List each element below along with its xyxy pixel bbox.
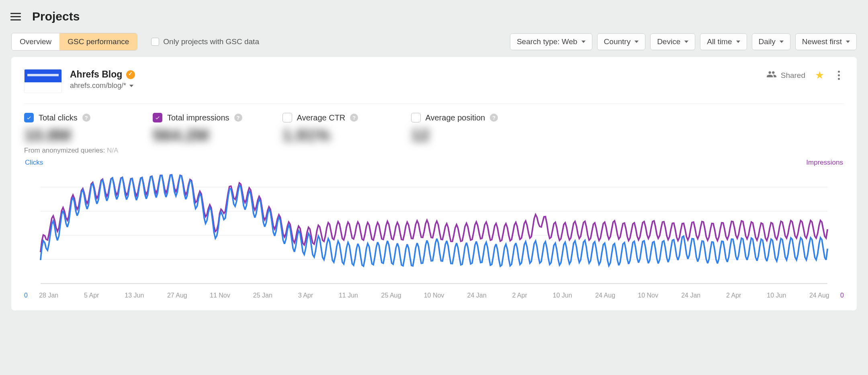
chevron-down-icon bbox=[129, 85, 133, 87]
chevron-down-icon bbox=[635, 41, 639, 43]
metric-ctr-value: 1.91% bbox=[283, 126, 371, 145]
x-axis-tick: 24 Jan bbox=[681, 292, 700, 299]
metric-ctr: Average CTR ? 1.91% bbox=[283, 113, 371, 145]
metric-clicks-value: 10.8M bbox=[24, 126, 113, 145]
x-axis-tick: 2 Apr bbox=[726, 292, 741, 299]
people-icon bbox=[766, 69, 777, 82]
filter-granularity[interactable]: Daily bbox=[752, 33, 790, 50]
filter-search-type[interactable]: Search type: Web bbox=[510, 33, 592, 50]
axis-left-zero: 0 bbox=[24, 292, 28, 299]
view-tabs: Overview GSC performance bbox=[11, 33, 137, 51]
metrics-row: Total clicks ? 10.8M Total impressions ?… bbox=[24, 104, 844, 145]
filter-search-type-label: Search type: Web bbox=[517, 37, 577, 46]
metric-impressions-value: 564.2M bbox=[153, 126, 242, 145]
help-icon[interactable]: ? bbox=[350, 114, 358, 122]
x-axis-tick: 10 Nov bbox=[638, 292, 658, 299]
filter-sort[interactable]: Newest first bbox=[795, 33, 857, 50]
filter-country[interactable]: Country bbox=[597, 33, 646, 50]
x-axis-tick: 10 Jun bbox=[767, 292, 786, 299]
x-axis-tick: 25 Jan bbox=[253, 292, 272, 299]
x-axis-tick: 27 Aug bbox=[167, 292, 187, 299]
x-axis-tick: 5 Apr bbox=[84, 292, 99, 299]
help-icon[interactable]: ? bbox=[82, 114, 90, 122]
x-axis-tick: 13 Jun bbox=[125, 292, 144, 299]
chart-canvas[interactable] bbox=[24, 169, 844, 289]
x-axis-tick: 24 Jan bbox=[467, 292, 487, 299]
tab-gsc-performance[interactable]: GSC performance bbox=[59, 33, 137, 50]
chart-x-axis: 0 0 28 Jan5 Apr13 Jun27 Aug11 Nov25 Jan3… bbox=[24, 292, 844, 301]
checkbox-checked-icon bbox=[24, 113, 34, 122]
help-icon[interactable]: ? bbox=[234, 114, 242, 122]
anonymized-queries-note: From anonymized queries: N/A bbox=[24, 147, 844, 155]
help-icon[interactable]: ? bbox=[490, 114, 498, 122]
anon-value: N/A bbox=[107, 147, 118, 154]
only-gsc-label: Only projects with GSC data bbox=[163, 37, 259, 46]
filter-time[interactable]: All time bbox=[700, 33, 747, 50]
checkbox-unchecked-icon bbox=[283, 113, 292, 122]
more-menu-icon[interactable] bbox=[834, 69, 844, 82]
checkbox-checked-icon bbox=[153, 113, 162, 122]
metric-impressions-label: Total impressions bbox=[167, 113, 229, 122]
x-axis-tick: 25 Aug bbox=[381, 292, 401, 299]
chevron-down-icon bbox=[581, 41, 585, 43]
metric-clicks: Total clicks ? 10.8M bbox=[24, 113, 113, 145]
checkbox-unchecked-icon bbox=[411, 113, 421, 122]
project-title: Ahrefs Blog bbox=[70, 69, 122, 80]
filter-sort-label: Newest first bbox=[802, 37, 842, 46]
chart: Clicks Impressions 0 0 28 Jan5 Apr13 Jun… bbox=[24, 159, 844, 301]
project-thumbnail bbox=[24, 69, 62, 93]
project-card: Ahrefs Blog ahrefs.com/blog/* Shared ★ bbox=[11, 57, 857, 310]
chevron-down-icon bbox=[736, 41, 740, 43]
x-axis-tick: 10 Jun bbox=[553, 292, 572, 299]
star-icon[interactable]: ★ bbox=[815, 69, 824, 82]
x-axis-tick: 11 Jun bbox=[339, 292, 358, 299]
checkbox-icon bbox=[151, 38, 159, 46]
x-axis-tick: 28 Jan bbox=[39, 292, 58, 299]
metric-position-label: Average position bbox=[426, 113, 485, 122]
x-axis-tick: 10 Nov bbox=[424, 292, 444, 299]
x-axis-tick: 24 Aug bbox=[809, 292, 829, 299]
verified-badge-icon bbox=[126, 70, 135, 79]
shared-indicator[interactable]: Shared bbox=[766, 69, 805, 82]
only-gsc-checkbox[interactable]: Only projects with GSC data bbox=[151, 37, 259, 46]
x-axis-tick: 3 Apr bbox=[298, 292, 313, 299]
x-axis-tick: 24 Aug bbox=[595, 292, 615, 299]
metric-ctr-toggle[interactable]: Average CTR ? bbox=[283, 113, 371, 122]
metric-position-value: 12 bbox=[411, 126, 500, 145]
chevron-down-icon bbox=[780, 41, 784, 43]
filter-granularity-label: Daily bbox=[759, 37, 776, 46]
metric-position: Average position ? 12 bbox=[411, 113, 500, 145]
filter-time-label: All time bbox=[707, 37, 732, 46]
chevron-down-icon bbox=[684, 41, 688, 43]
project-url-dropdown[interactable]: ahrefs.com/blog/* bbox=[70, 82, 135, 90]
anon-prefix: From anonymized queries: bbox=[24, 147, 105, 154]
project-url: ahrefs.com/blog/* bbox=[70, 82, 126, 90]
metric-impressions-toggle[interactable]: Total impressions ? bbox=[153, 113, 242, 122]
metric-ctr-label: Average CTR bbox=[297, 113, 346, 122]
axis-right-zero: 0 bbox=[840, 292, 844, 299]
x-axis-tick: 11 Nov bbox=[210, 292, 230, 299]
filter-device[interactable]: Device bbox=[650, 33, 695, 50]
page-title: Projects bbox=[32, 10, 80, 23]
shared-label: Shared bbox=[781, 71, 805, 80]
metric-impressions: Total impressions ? 564.2M bbox=[153, 113, 242, 145]
filter-country-label: Country bbox=[604, 37, 631, 46]
metric-position-toggle[interactable]: Average position ? bbox=[411, 113, 500, 122]
chart-legend-impressions: Impressions bbox=[806, 159, 843, 167]
chart-legend-clicks: Clicks bbox=[25, 159, 43, 167]
metric-clicks-label: Total clicks bbox=[39, 113, 78, 122]
chevron-down-icon bbox=[846, 41, 850, 43]
tab-overview[interactable]: Overview bbox=[12, 33, 59, 50]
x-axis-tick: 2 Apr bbox=[512, 292, 527, 299]
filter-device-label: Device bbox=[657, 37, 680, 46]
metric-clicks-toggle[interactable]: Total clicks ? bbox=[24, 113, 113, 122]
menu-icon[interactable] bbox=[9, 11, 23, 22]
